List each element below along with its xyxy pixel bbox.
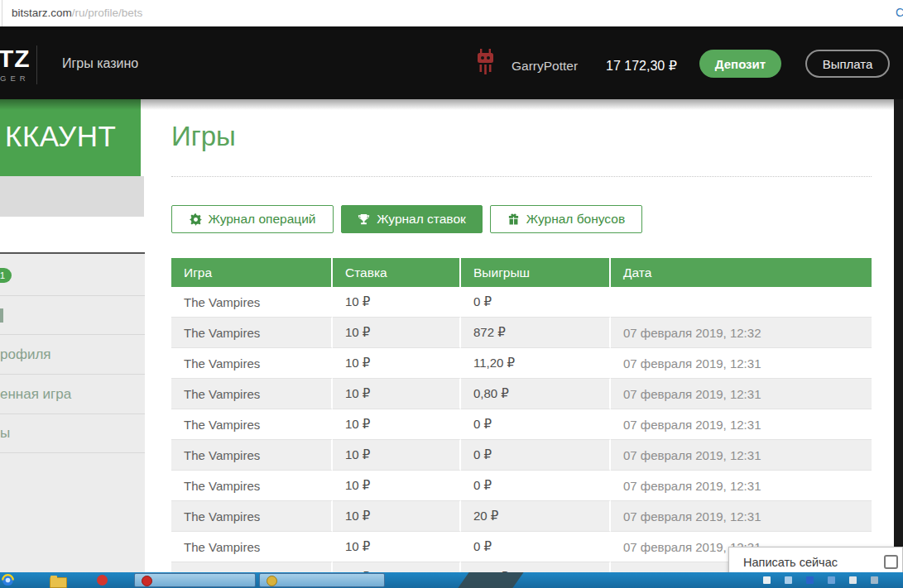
table-row: The Vampires 10 ₽ 0 ₽ — [171, 287, 872, 318]
tab-operations-journal[interactable]: Журнал операций — [171, 205, 334, 233]
table-row: The Vampires 10 ₽ 0,80 ₽ 07 февраля 2019… — [171, 379, 872, 409]
cell-date: 07 февраля 2019, 12:31 — [611, 471, 872, 501]
chat-bot-icon — [884, 555, 898, 569]
tray-icon-5[interactable] — [849, 576, 857, 584]
cell-bet: 10 ₽ — [333, 440, 461, 471]
bets-table: Игра Ставка Выигрыш Дата The Vampires 10… — [171, 258, 872, 588]
table-row: The Vampires 10 ₽ 0 ₽ 07 февраля 2019, 1… — [171, 440, 872, 471]
browser-address-bar[interactable]: bitstarz.com/ru/profile/bets C — [0, 0, 903, 27]
url-path: /ru/profile/bets — [72, 7, 143, 19]
site-header: TZ GER Игры казино GarryPotter 17 172,30… — [0, 26, 903, 99]
tray-icon-6[interactable] — [871, 576, 878, 584]
page-title: Игры — [171, 121, 236, 152]
cell-win: 0 ₽ — [461, 532, 611, 562]
column-header-date: Дата — [611, 258, 872, 287]
cell-game: The Vampires — [171, 379, 333, 409]
cell-date — [611, 287, 872, 318]
cell-game: The Vampires — [171, 440, 333, 471]
cell-date: 07 февраля 2019, 12:31 — [611, 440, 872, 471]
sidebar-item-5[interactable]: ы — [0, 414, 145, 453]
taskbar-window-button-1[interactable] — [134, 573, 256, 587]
tab-label: Журнал бонусов — [526, 212, 625, 227]
sidebar-item-responsible-gaming[interactable]: енная игра — [0, 375, 145, 414]
cell-bet: 10 ₽ — [333, 501, 461, 532]
cell-win: 872 ₽ — [461, 318, 611, 348]
cell-bet: 10 ₽ — [333, 532, 461, 562]
tray-icon-1[interactable] — [763, 576, 771, 584]
cell-game: The Vampires — [171, 501, 333, 532]
clipped-text-fragment — [0, 308, 3, 323]
cell-game: The Vampires — [171, 318, 333, 348]
cell-game: The Vampires — [171, 287, 333, 318]
cell-win: 0 ₽ — [461, 287, 611, 318]
cell-game: The Vampires — [171, 471, 333, 501]
cell-date: 07 февраля 2019, 12:31 — [611, 379, 872, 409]
tray-icon-4[interactable] — [828, 576, 835, 584]
trophy-icon — [358, 213, 370, 226]
account-menu: 1 рофиля енная игра ы — [0, 252, 145, 572]
browser-swirl-icon[interactable] — [2, 574, 14, 586]
table-row: The Vampires 10 ₽ 0 ₽ 07 февраля 2019, 1… — [171, 409, 872, 440]
sidebar-item-label: рофиля — [0, 335, 51, 374]
tray-icon-2[interactable] — [785, 576, 792, 584]
cell-game: The Vampires — [171, 348, 333, 379]
title-divider — [171, 176, 872, 177]
taskbar-window-button-2[interactable] — [259, 573, 385, 587]
sidebar-item-label: енная игра — [0, 375, 71, 414]
cell-win: 0 ₽ — [461, 409, 611, 440]
page-scrollbar-track[interactable] — [894, 99, 903, 572]
gear-icon — [190, 213, 202, 226]
table-row: The Vampires 10 ₽ 11,20 ₽ 07 февраля 201… — [171, 348, 872, 379]
tray-icon-3[interactable] — [806, 576, 814, 584]
withdraw-button[interactable]: Выплата — [805, 50, 890, 78]
windows-taskbar — [0, 572, 903, 588]
app-window-icon — [267, 576, 277, 586]
cell-win: 20 ₽ — [461, 501, 611, 532]
bitstarz-logo-tagline: GER — [0, 74, 30, 83]
cell-win: 0 ₽ — [461, 471, 611, 501]
deposit-button[interactable]: Депозит — [699, 50, 781, 78]
tab-label: Журнал операций — [209, 212, 316, 227]
column-header-win: Выигрыш — [461, 258, 611, 287]
folder-icon[interactable] — [50, 577, 67, 588]
cell-bet: 10 ₽ — [333, 348, 461, 379]
column-header-game: Игра — [171, 258, 333, 287]
account-panel-title: ККАУНТ — [5, 120, 116, 153]
bitstarz-logo[interactable]: TZ — [0, 45, 31, 73]
header-divider — [36, 45, 37, 84]
main-content: Игры Журнал операций Журнал ставок Журна… — [145, 99, 894, 572]
cell-bet: 10 ₽ — [333, 409, 461, 440]
account-panel-header: ККАУНТ — [0, 99, 141, 176]
sidebar-item-2[interactable] — [0, 296, 145, 335]
cell-date: 07 февраля 2019, 12:32 — [611, 318, 872, 348]
table-row: The Vampires 10 ₽ 0 ₽ 07 февраля 2019, 1… — [171, 471, 872, 501]
cell-win: 11,20 ₽ — [461, 348, 611, 379]
sidebar-item-bonuses[interactable]: 1 — [0, 254, 145, 296]
sidebar-item-profile-settings[interactable]: рофиля — [0, 335, 145, 375]
avatar-robot-icon[interactable] — [477, 49, 494, 75]
cell-game: The Vampires — [171, 532, 333, 562]
cell-date: 07 февраля 2019, 12:31 — [611, 409, 872, 440]
column-header-bet: Ставка — [333, 258, 461, 287]
bonus-count-badge: 1 — [0, 268, 12, 283]
journal-tabs: Журнал операций Журнал ставок Журнал бон… — [171, 205, 642, 233]
url-text[interactable]: bitstarz.com/ru/profile/bets — [12, 7, 142, 19]
cell-win: 0,80 ₽ — [461, 379, 611, 409]
cell-bet: 10 ₽ — [333, 318, 461, 348]
account-panel-subheader — [0, 176, 144, 217]
username[interactable]: GarryPotter — [512, 59, 578, 74]
screen: bitstarz.com/ru/profile/bets C TZ GER Иг… — [0, 0, 903, 588]
opera-icon — [142, 576, 152, 586]
nav-casino-games[interactable]: Игры казино — [62, 56, 138, 71]
table-header-row: Игра Ставка Выигрыш Дата — [171, 258, 872, 287]
cell-win: 0 ₽ — [461, 440, 611, 471]
red-app-icon[interactable] — [97, 575, 108, 586]
tab-bets-journal[interactable]: Журнал ставок — [341, 205, 483, 233]
wallpaper-streak — [458, 572, 523, 588]
cell-bet: 10 ₽ — [333, 471, 461, 501]
address-bar-corner-glyph[interactable]: C — [896, 6, 903, 19]
sidebar-item-label: ы — [0, 414, 10, 452]
tab-bonuses-journal[interactable]: Журнал бонусов — [490, 205, 642, 233]
cell-date: 07 февраля 2019, 12:31 — [611, 348, 872, 379]
url-domain: bitstarz.com — [12, 7, 72, 19]
